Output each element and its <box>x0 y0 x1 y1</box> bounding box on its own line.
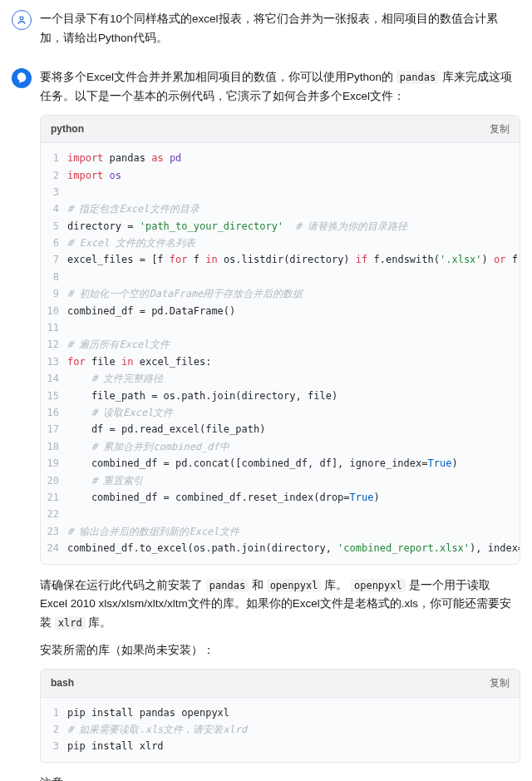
install-note-1: 请确保在运行此代码之前安装了 pandas 和 openpyxl 库。 open… <box>40 576 520 634</box>
bot-message: 要将多个Excel文件合并并累加相同项目的数值，你可以使用Python的 pan… <box>0 58 532 781</box>
openpyxl-code: openpyxl <box>267 579 322 592</box>
xlrd-code: xlrd <box>55 616 86 630</box>
code-lang-label: python <box>51 121 84 137</box>
code-body: 1import pandas as pd 2import os 3 4# 指定包… <box>41 143 520 563</box>
bot-icon <box>14 71 29 86</box>
bash-code-block: bash 复制 1pip install pandas openpyxl 2# … <box>40 669 520 763</box>
code-header: python 复制 <box>41 116 520 143</box>
code-body: 1pip install pandas openpyxl 2# 如果需要读取.x… <box>41 698 520 762</box>
user-text: 一个目录下有10个同样格式的excel报表，将它们合并为一张报表，相同项目的数值… <box>40 10 520 53</box>
copy-button[interactable]: 复制 <box>490 121 510 137</box>
user-message: 一个目录下有10个同样格式的excel报表，将它们合并为一张报表，相同项目的数值… <box>0 0 532 58</box>
bot-intro: 要将多个Excel文件合并并累加相同项目的数值，你可以使用Python的 pan… <box>40 68 520 106</box>
code-header: bash 复制 <box>41 670 520 697</box>
pandas-code: pandas <box>206 579 249 592</box>
openpyxl-code-2: openpyxl <box>351 579 406 592</box>
user-avatar <box>12 10 32 30</box>
notes-header: 注意： <box>40 774 520 781</box>
svg-point-0 <box>20 17 23 20</box>
pandas-inline-code: pandas <box>397 71 439 84</box>
install-heading: 安装所需的库（如果尚未安装）： <box>40 641 520 660</box>
python-code-block: python 复制 1import pandas as pd 2import o… <box>40 115 520 565</box>
copy-button[interactable]: 复制 <box>490 675 510 691</box>
user-icon <box>16 14 27 26</box>
bot-content: 要将多个Excel文件合并并累加相同项目的数值，你可以使用Python的 pan… <box>40 68 520 781</box>
bot-avatar <box>12 68 32 88</box>
code-lang-label: bash <box>51 675 74 691</box>
